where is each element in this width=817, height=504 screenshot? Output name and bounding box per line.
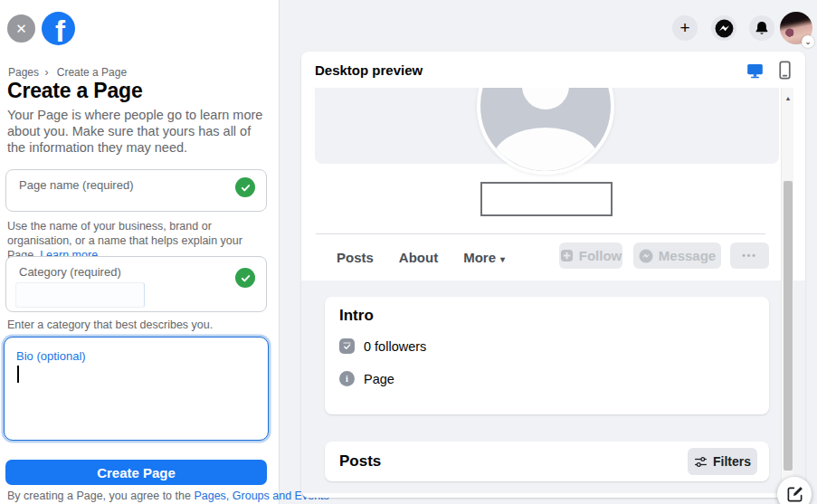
- filters-icon: [694, 455, 708, 469]
- page-name-valid-check-icon: [235, 177, 255, 197]
- preview-header: Desktop preview: [301, 52, 805, 88]
- facebook-logo[interactable]: f: [42, 12, 75, 45]
- close-icon: ✕: [15, 21, 27, 37]
- info-icon: i: [339, 371, 355, 386]
- chevron-down-icon: ⌄: [804, 38, 812, 46]
- create-page-panel: ✕ f Pages › Create a Page Create a Page …: [0, 0, 280, 504]
- account-chevron-icon[interactable]: ⌄: [802, 35, 814, 48]
- breadcrumb: Pages › Create a Page: [8, 66, 129, 79]
- category-helper-text: Enter a category that best describes you…: [7, 318, 273, 332]
- plus-icon: +: [679, 18, 689, 38]
- breadcrumb-separator: ›: [44, 66, 48, 79]
- followers-icon: [339, 338, 355, 354]
- messenger-icon: [715, 19, 734, 38]
- bio-field[interactable]: Bio (optional): [4, 337, 269, 441]
- breadcrumb-current: Create a Page: [57, 66, 127, 79]
- page-name-field[interactable]: Page name (required): [5, 169, 267, 212]
- follow-button[interactable]: Follow: [559, 242, 622, 269]
- scroll-up-icon[interactable]: ▲: [782, 95, 794, 101]
- page-type-label: Page: [364, 372, 394, 386]
- edit-button[interactable]: [777, 477, 812, 504]
- filters-button-label: Filters: [713, 454, 751, 469]
- messenger-bolt-icon: [639, 249, 653, 263]
- posts-card: Posts Filters: [325, 442, 769, 481]
- terms-note: By creating a Page, you agree to the Pag…: [7, 490, 329, 502]
- tab-posts[interactable]: Posts: [337, 250, 374, 265]
- page-description: Your Page is where people go to learn mo…: [7, 107, 270, 156]
- more-options-button[interactable]: •••: [730, 242, 769, 269]
- category-field[interactable]: Category (required): [5, 256, 267, 312]
- preview-title: Desktop preview: [315, 62, 423, 78]
- breadcrumb-pages-link[interactable]: Pages: [8, 66, 39, 79]
- create-menu-button[interactable]: +: [672, 15, 698, 41]
- messenger-button[interactable]: [711, 15, 736, 41]
- silhouette-body: [492, 128, 599, 175]
- ellipsis-icon: •••: [742, 251, 757, 261]
- category-valid-check-icon: [235, 268, 255, 288]
- tab-more-label: More: [463, 250, 496, 265]
- caret-down-icon: ▾: [500, 254, 505, 264]
- posts-title: Posts: [339, 452, 381, 471]
- bell-icon: [754, 20, 770, 36]
- follow-button-label: Follow: [579, 248, 622, 263]
- preview-tabs: Posts About More▾: [337, 234, 505, 280]
- intro-card: Intro 0 followers i Page: [325, 297, 769, 414]
- page-name-label: Page name (required): [19, 178, 133, 192]
- tab-more[interactable]: More▾: [463, 250, 505, 265]
- silhouette-head: [522, 88, 569, 109]
- notifications-button[interactable]: [749, 15, 774, 41]
- page-title: Create a Page: [7, 79, 143, 103]
- facebook-logo-letter: f: [55, 18, 65, 45]
- followers-row: 0 followers: [339, 338, 426, 354]
- preview-scrollbar[interactable]: ▲ ▼: [781, 88, 793, 498]
- page-type-row: i Page: [339, 371, 394, 386]
- follow-icon: [560, 249, 574, 262]
- terms-note-text: By creating a Page, you agree to the: [7, 490, 191, 502]
- tab-about[interactable]: About: [399, 250, 438, 265]
- create-page-button[interactable]: Create Page: [5, 460, 267, 485]
- page-name-placeholder-box: [480, 182, 613, 216]
- category-input[interactable]: [15, 282, 145, 308]
- intro-title: Intro: [339, 307, 374, 325]
- preview-viewport: Posts About More▾ Follow Message ••• Int…: [301, 88, 805, 498]
- scrollbar-thumb[interactable]: [784, 181, 793, 471]
- followers-count: 0 followers: [364, 339, 426, 354]
- desktop-view-icon[interactable]: [746, 62, 765, 83]
- message-button[interactable]: Message: [633, 242, 721, 269]
- message-button-label: Message: [659, 248, 716, 263]
- edit-pencil-icon: [786, 486, 803, 503]
- close-button[interactable]: ✕: [7, 14, 35, 43]
- desktop-preview-card: Desktop preview Posts About More▾ Fol: [301, 52, 805, 498]
- mobile-view-icon[interactable]: [778, 61, 792, 83]
- filters-button[interactable]: Filters: [688, 448, 757, 475]
- category-label: Category (required): [19, 265, 121, 279]
- bio-label: Bio (optional): [16, 349, 86, 363]
- text-cursor: [17, 366, 19, 383]
- info-glyph: i: [346, 374, 348, 384]
